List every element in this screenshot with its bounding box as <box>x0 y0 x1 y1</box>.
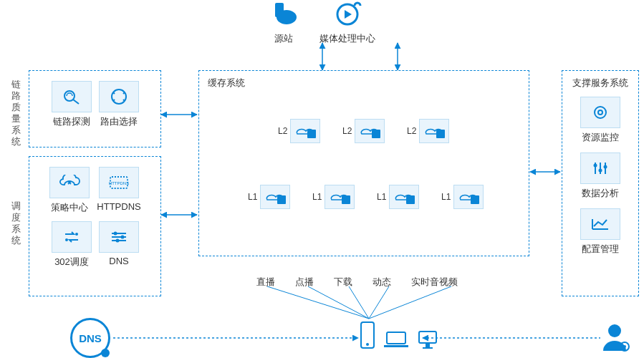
l1-node-3: L1 <box>441 185 484 209</box>
svg-rect-58 <box>423 347 433 349</box>
dns-badge: DNS <box>70 318 110 358</box>
svg-rect-54 <box>387 332 405 344</box>
svg-line-10 <box>267 286 369 319</box>
tile-dns: DNS <box>99 221 139 268</box>
media-center-node: 媒体处理中心 <box>319 1 375 45</box>
user-icon <box>600 321 632 354</box>
route-select-icon <box>99 81 139 112</box>
svg-rect-43 <box>471 195 479 204</box>
scheduling-title: 调度系统 <box>10 200 21 246</box>
svg-rect-39 <box>436 130 445 138</box>
client-devices <box>360 321 438 352</box>
l1-node-0: L1 <box>248 185 290 209</box>
server-cloud-icon <box>419 119 449 143</box>
svg-point-49 <box>594 164 597 168</box>
svg-point-26 <box>112 90 126 104</box>
server-cloud-icon <box>389 185 419 209</box>
sliders-icon <box>580 153 620 184</box>
origin-label: 源站 <box>274 32 293 45</box>
svg-rect-55 <box>384 345 408 347</box>
server-cloud-icon <box>355 119 385 143</box>
support-panel: 支撑服务系统 资源监控 数据分析 配置管理 <box>562 70 639 296</box>
media-center-label: 媒体处理中心 <box>319 32 375 45</box>
tile-httpdns: HTTPDNS HTTPDNS <box>97 167 140 214</box>
svg-rect-40 <box>277 195 286 204</box>
policy-center-icon <box>49 167 90 198</box>
eye-icon <box>580 97 620 128</box>
svg-point-30 <box>65 238 68 241</box>
cache-title: 缓存系统 <box>208 77 245 90</box>
svg-rect-57 <box>426 344 430 347</box>
svg-point-59 <box>608 324 621 337</box>
svg-rect-41 <box>342 195 350 204</box>
desktop-icon <box>417 329 438 352</box>
svg-marker-23 <box>345 10 352 19</box>
httpdns-icon: HTTPDNS <box>99 167 139 198</box>
tile-monitor: 资源监控 <box>580 97 620 144</box>
tile-302: 302调度 <box>52 221 92 268</box>
l1-node-2: L1 <box>377 185 419 209</box>
laptop-icon <box>383 329 410 352</box>
tile-config: 配置管理 <box>580 208 620 256</box>
tile-route-select: 路由选择 <box>99 81 139 128</box>
redirect-icon <box>52 221 92 253</box>
media-center-icon <box>333 1 362 29</box>
svg-line-11 <box>308 286 369 319</box>
svg-line-13 <box>369 286 389 319</box>
svg-point-51 <box>604 165 607 169</box>
tile-link-detect: 链路探测 <box>52 81 92 128</box>
svg-point-29 <box>75 233 78 236</box>
server-cloud-icon <box>453 185 484 209</box>
origin-icon <box>269 1 298 29</box>
server-cloud-icon <box>260 185 290 209</box>
svg-point-45 <box>598 110 602 115</box>
l2-node-2: L2 <box>407 119 449 143</box>
svg-rect-42 <box>406 195 415 204</box>
link-detect-icon <box>52 81 92 112</box>
l1-node-1: L1 <box>312 185 355 209</box>
svg-point-34 <box>114 232 117 236</box>
phone-icon <box>360 321 375 352</box>
scheduling-panel: 策略中心 HTTPDNS HTTPDNS 302调度 DNS <box>29 156 161 296</box>
svg-point-53 <box>366 343 369 346</box>
svg-line-14 <box>369 286 451 319</box>
server-cloud-icon <box>290 119 320 143</box>
link-quality-panel: 链路探测 路由选择 <box>29 70 161 147</box>
svg-point-21 <box>277 10 297 24</box>
l2-node-0: L2 <box>278 119 320 143</box>
svg-point-61 <box>623 345 626 348</box>
l2-node-1: L2 <box>342 119 385 143</box>
svg-point-36 <box>116 239 120 243</box>
origin-node: 源站 <box>269 1 298 45</box>
top-row: 源站 媒体处理中心 <box>0 1 644 45</box>
cache-system-panel: 缓存系统 <box>198 70 529 256</box>
tile-analytics: 数据分析 <box>580 153 620 200</box>
svg-rect-38 <box>372 130 380 138</box>
server-cloud-icon <box>325 185 355 209</box>
support-title: 支撑服务系统 <box>562 77 638 90</box>
svg-rect-37 <box>307 130 316 138</box>
service-labels: 直播 点播 下载 动态 实时音视频 <box>256 276 458 289</box>
svg-line-25 <box>73 100 79 104</box>
tile-policy-center: 策略中心 <box>49 167 90 214</box>
link-quality-title: 链路质量系统 <box>10 79 21 147</box>
svg-point-24 <box>64 91 75 101</box>
svg-text:HTTPDNS: HTTPDNS <box>109 181 129 185</box>
svg-line-12 <box>349 286 369 319</box>
svg-point-35 <box>121 236 125 239</box>
dns-slider-icon <box>99 221 139 253</box>
svg-point-44 <box>595 107 606 118</box>
chart-line-icon <box>580 208 620 240</box>
svg-point-50 <box>599 169 602 173</box>
svg-rect-56 <box>419 332 436 343</box>
